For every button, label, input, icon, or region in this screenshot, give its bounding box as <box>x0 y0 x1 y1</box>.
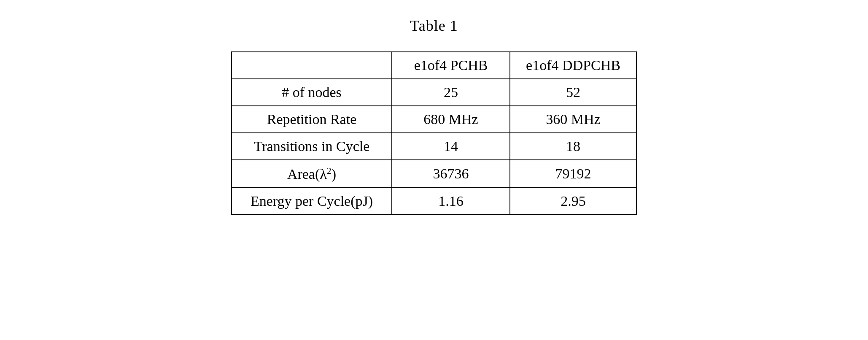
header-col1: e1of4 PCHB <box>392 52 510 79</box>
table-wrapper: e1of4 PCHB e1of4 DDPCHB # of nodes2552Re… <box>231 51 637 215</box>
row-col1-2: 14 <box>392 133 510 160</box>
data-table: e1of4 PCHB e1of4 DDPCHB # of nodes2552Re… <box>231 51 637 215</box>
row-label-4: Energy per Cycle(pJ) <box>232 188 392 215</box>
row-col2-1: 360 MHz <box>510 106 636 133</box>
header-col2: e1of4 DDPCHB <box>510 52 636 79</box>
row-col1-0: 25 <box>392 79 510 106</box>
table-row: Energy per Cycle(pJ)1.162.95 <box>232 188 636 215</box>
row-col2-2: 18 <box>510 133 636 160</box>
row-col2-0: 52 <box>510 79 636 106</box>
row-label-2: Transitions in Cycle <box>232 133 392 160</box>
row-label-0: # of nodes <box>232 79 392 106</box>
table-title: Table 1 <box>410 17 458 35</box>
table-row: Transitions in Cycle1418 <box>232 133 636 160</box>
header-label-cell <box>232 52 392 79</box>
row-col1-1: 680 MHz <box>392 106 510 133</box>
row-col1-3: 36736 <box>392 160 510 188</box>
row-col1-4: 1.16 <box>392 188 510 215</box>
table-row: Repetition Rate680 MHz360 MHz <box>232 106 636 133</box>
header-row: e1of4 PCHB e1of4 DDPCHB <box>232 52 636 79</box>
table-row: # of nodes2552 <box>232 79 636 106</box>
table-row: Area(λ2)3673679192 <box>232 160 636 188</box>
row-label-3: Area(λ2) <box>232 160 392 188</box>
row-label-1: Repetition Rate <box>232 106 392 133</box>
row-col2-4: 2.95 <box>510 188 636 215</box>
row-col2-3: 79192 <box>510 160 636 188</box>
